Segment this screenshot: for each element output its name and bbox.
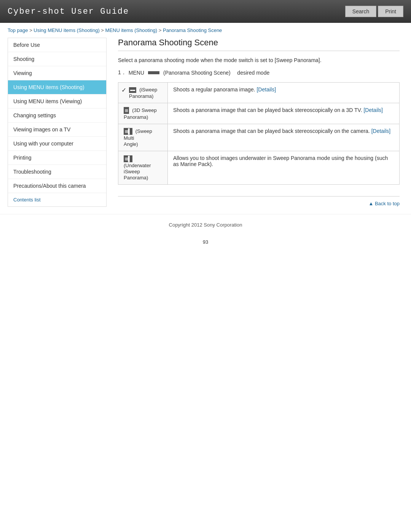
breadcrumb-link-panorama[interactable]: Panorama Shooting Scene — [163, 27, 222, 33]
underwater-desc: Allows you to shoot images underwater in… — [173, 155, 388, 167]
breadcrumb: Top page > Using MENU items (Shooting) >… — [0, 23, 411, 38]
sidebar-item-before-use[interactable]: Before Use — [8, 38, 106, 52]
sidebar-item-troubleshooting[interactable]: Troubleshooting — [8, 165, 106, 179]
sidebar-item-printing[interactable]: Printing — [8, 151, 106, 165]
breadcrumb-link-menu-items-shooting[interactable]: MENU items (Shooting) — [105, 27, 158, 33]
table-row: ⊞ (3D SweepPanorama) Shoots a panorama i… — [118, 103, 400, 124]
app-title: Cyber-shot User Guide — [8, 7, 129, 16]
isweep-icon: ▬▬ — [129, 87, 136, 93]
page-number: 93 — [0, 235, 411, 249]
3dsweep-icon: ⊞ — [124, 107, 129, 114]
intro-text: Select a panorama shooting mode when the… — [118, 57, 400, 63]
checkmark-icon: ✓ — [121, 86, 126, 94]
mode-icon-cell: ⊞▌ (Sweep MultiAngle) — [118, 124, 168, 151]
sidebar-item-using-menu-viewing[interactable]: Using MENU items (Viewing) — [8, 94, 106, 109]
mode-description-cell: Shoots a panorama image that can be play… — [168, 124, 400, 151]
mode-icon-cell: ⊞ (3D SweepPanorama) — [118, 103, 168, 124]
contents-list-link[interactable]: Contents list — [8, 193, 106, 206]
back-to-top-bar: ▲ Back to top — [118, 196, 400, 210]
copyright-text: Copyright 2012 Sony Corporation — [169, 222, 242, 228]
sidebar-item-changing-settings[interactable]: Changing settings — [8, 109, 106, 123]
3dsweep-details-link[interactable]: [Details] — [363, 107, 383, 113]
footer: Copyright 2012 Sony Corporation — [0, 214, 411, 235]
mode-description-cell: Allows you to shoot images underwater in… — [168, 151, 400, 184]
multiangle-details-link[interactable]: [Details] — [371, 128, 391, 134]
sidebar-item-viewing[interactable]: Viewing — [8, 66, 106, 80]
search-button[interactable]: Search — [345, 6, 376, 17]
multiangle-icon: ⊞▌ — [124, 128, 132, 135]
step-number: 1． — [118, 69, 126, 76]
mode-description-cell: Shoots a regular panorama image. [Detail… — [168, 83, 400, 103]
main-layout: Before Use Shooting Viewing Using MENU i… — [0, 38, 411, 210]
sidebar-item-precautions[interactable]: Precautions/About this camera — [8, 179, 106, 193]
3dsweep-desc: Shoots a panorama image that can be play… — [173, 107, 363, 113]
header-buttons: Search Print — [345, 6, 403, 17]
mode-icon-cell: ⊞▌ (UnderwateriSweep Panorama) — [118, 151, 168, 184]
step-line: 1． MENU (Panorama Shooting Scene) desire… — [118, 69, 400, 76]
step-end-label: desired mode — [233, 70, 270, 76]
breadcrumb-link-top[interactable]: Top page — [8, 27, 28, 33]
header: Cyber-shot User Guide Search Print — [0, 0, 411, 23]
print-button[interactable]: Print — [378, 6, 403, 17]
table-row: ⊞▌ (UnderwateriSweep Panorama) Allows yo… — [118, 151, 400, 184]
isweep-desc: Shoots a regular panorama image. — [173, 86, 256, 93]
table-row: ✓ ▬▬ (iSweepPanorama) Shoots a regular p… — [118, 83, 400, 103]
mode-icon-cell: ✓ ▬▬ (iSweepPanorama) — [118, 83, 168, 103]
sidebar: Before Use Shooting Viewing Using MENU i… — [8, 38, 107, 207]
sidebar-item-viewing-tv[interactable]: Viewing images on a TV — [8, 123, 106, 137]
table-row: ⊞▌ (Sweep MultiAngle) Shoots a panorama … — [118, 124, 400, 151]
sidebar-item-shooting[interactable]: Shooting — [8, 52, 106, 66]
underwater-icon: ⊞▌ — [124, 155, 132, 162]
content-area: Panorama Shooting Scene Select a panoram… — [114, 38, 403, 210]
sidebar-item-using-menu-shooting[interactable]: Using MENU items (Shooting) — [8, 80, 106, 94]
mode-description-cell: Shoots a panorama image that can be play… — [168, 103, 400, 124]
underwater-label: (UnderwateriSweep Panorama) — [124, 163, 151, 181]
page-title: Panorama Shooting Scene — [118, 38, 400, 51]
arrow-icon — [148, 71, 159, 74]
step-scene-label: (Panorama Shooting Scene) — [163, 70, 231, 76]
breadcrumb-link-using-menu-shooting[interactable]: Using MENU items (Shooting) — [33, 27, 99, 33]
multiangle-desc: Shoots a panorama image that can be play… — [173, 128, 371, 134]
isweep-details-link[interactable]: [Details] — [256, 86, 276, 93]
step-menu-label: MENU — [129, 70, 144, 76]
sidebar-item-using-computer[interactable]: Using with your computer — [8, 137, 106, 151]
back-to-top-link[interactable]: ▲ Back to top — [368, 201, 400, 206]
mode-table: ✓ ▬▬ (iSweepPanorama) Shoots a regular p… — [118, 82, 400, 185]
